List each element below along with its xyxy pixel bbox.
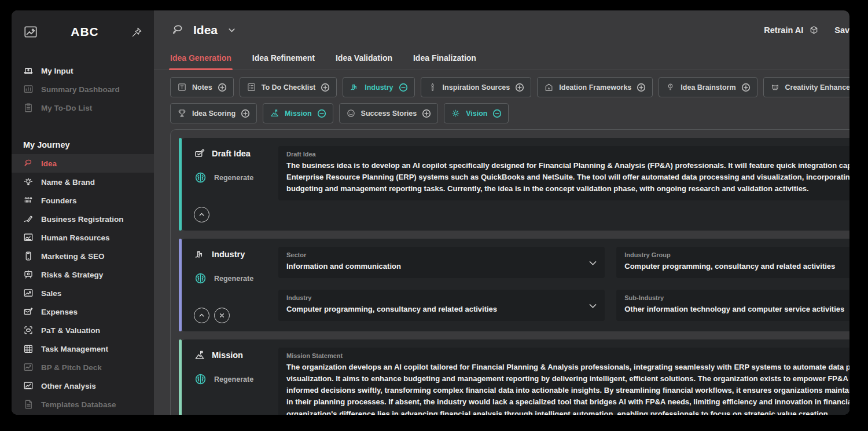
card-draft-idea-title: Draft Idea <box>194 148 276 159</box>
sidebar-item-my-input[interactable]: My Input <box>12 61 154 80</box>
tab-idea-finalization[interactable]: Idea Finalization <box>413 53 476 63</box>
sector-select[interactable]: Sector Information and communication <box>278 247 605 278</box>
card-draft-idea: Draft Idea Regenerate Draft Idea <box>179 138 849 231</box>
sidebar-item-business-registration[interactable]: Business Registration <box>12 210 154 228</box>
chip-mission[interactable]: Mission <box>263 103 333 123</box>
tab-idea-generation[interactable]: Idea Generation <box>170 53 231 63</box>
founders-icon <box>23 195 34 206</box>
mission-icon <box>194 349 205 361</box>
risks-strategy-icon <box>23 269 34 280</box>
sidebar-nav-journey: Idea Name & Brand Founders Business Regi… <box>12 154 154 414</box>
card-mission-left: Mission Regenerate <box>179 339 276 415</box>
sidebar-item-label: Business Registration <box>41 215 124 224</box>
main-panel: Idea Retrain AI Save changes Close <box>154 10 849 415</box>
pin-icon[interactable] <box>131 27 142 38</box>
regenerate-button[interactable]: Regenerate <box>194 272 276 285</box>
page-title-group[interactable]: Idea <box>170 23 236 37</box>
sidebar-item-bp-pitch-deck[interactable]: BP & Pitch Deck <box>12 358 154 377</box>
sidebar-item-pat-valuation[interactable]: PaT & Valuation <box>12 321 154 339</box>
regenerate-button[interactable]: Regenerate <box>194 171 276 184</box>
templates-database-icon <box>23 399 34 410</box>
sidebar-nav-top: My Input Summary Dashboard My To-Do List <box>12 61 154 117</box>
sidebar-item-task-management[interactable]: Task Management <box>12 339 154 358</box>
sidebar-section-my-journey: My Journey <box>12 136 154 154</box>
sidebar-item-sales[interactable]: Sales <box>12 284 154 302</box>
card-mission: Mission Regenerate Mission Statement The… <box>179 339 849 415</box>
idea-brainstorm-icon <box>665 82 675 92</box>
sidebar-item-founders[interactable]: Founders <box>12 191 154 210</box>
mission-statement-field[interactable]: Mission Statement The organization devel… <box>278 348 849 415</box>
image-icon[interactable] <box>23 24 38 39</box>
card-industry-body: Sector Information and communication Ind… <box>276 239 849 331</box>
screen: ABC My Input Summary Dashboard My To-Do … <box>0 0 868 431</box>
collapse-card-button[interactable] <box>194 308 209 323</box>
industry-group-select[interactable]: Industry Group Computer programming, con… <box>616 247 849 278</box>
card-mission-body: Mission Statement The organization devel… <box>276 339 849 415</box>
sidebar-item-name-brand[interactable]: Name & Brand <box>12 173 154 191</box>
chip-vision[interactable]: Vision <box>444 103 509 123</box>
sidebar-item-marketing-seo[interactable]: Marketing & SEO <box>12 247 154 265</box>
plus-circle-icon[interactable] <box>637 83 646 92</box>
draft-idea-field[interactable]: Draft Idea The business idea is to devel… <box>278 146 849 200</box>
minus-circle-icon[interactable] <box>317 109 326 118</box>
plus-circle-icon[interactable] <box>241 109 250 118</box>
page-header: Idea Retrain AI Save changes Close <box>170 23 849 37</box>
save-changes-button[interactable]: Save changes <box>834 25 849 36</box>
regenerate-button[interactable]: Regenerate <box>194 372 276 386</box>
plus-circle-icon[interactable] <box>422 109 431 118</box>
industry-select[interactable]: Industry Computer programming, consultan… <box>278 290 605 321</box>
remove-card-button[interactable] <box>214 308 230 323</box>
chip-creativity-enhancers[interactable]: Creativity Enhancers <box>763 77 850 97</box>
todo-list-icon <box>23 103 34 113</box>
chip-industry[interactable]: Industry <box>343 77 414 97</box>
app-window: ABC My Input Summary Dashboard My To-Do … <box>12 10 849 415</box>
sub-industry-select[interactable]: Sub-Industry Other information technolog… <box>616 290 849 321</box>
chip-idea-brainstorm[interactable]: Idea Brainstorm <box>659 77 757 97</box>
idea-bubble-icon <box>23 158 34 169</box>
sidebar-item-idea[interactable]: Idea <box>12 154 154 173</box>
sidebar-item-human-resources[interactable]: Human Resources <box>12 228 154 247</box>
minus-circle-icon[interactable] <box>399 83 408 92</box>
sidebar-item-other-analysis[interactable]: Other Analysis <box>12 377 154 395</box>
section-chips-row-1: Notes To Do Checklist Industry Inspirati… <box>170 77 849 97</box>
success-stories-icon <box>346 108 356 118</box>
notes-icon <box>177 82 187 92</box>
industry-icon <box>350 82 359 92</box>
minus-circle-icon[interactable] <box>492 109 502 118</box>
collapse-card-button[interactable] <box>194 207 209 222</box>
tab-idea-validation[interactable]: Idea Validation <box>336 53 392 63</box>
chip-inspiration-sources[interactable]: Inspiration Sources <box>421 77 532 97</box>
task-management-icon <box>23 344 34 354</box>
sidebar-item-label: Expenses <box>41 308 78 316</box>
sidebar-item-my-todo-list[interactable]: My To-Do List <box>12 98 154 117</box>
plus-circle-icon[interactable] <box>515 83 524 92</box>
tab-bar: Idea Generation Idea Refinement Idea Val… <box>170 53 849 70</box>
sidebar-logo-row: ABC <box>12 10 154 39</box>
brain-icon <box>194 372 207 386</box>
summary-dashboard-icon <box>23 84 34 94</box>
bp-pitch-deck-icon <box>23 362 34 372</box>
plus-circle-icon[interactable] <box>741 83 751 92</box>
chevron-down-icon <box>589 303 597 309</box>
sidebar-item-templates-database[interactable]: Templates Database <box>12 395 154 414</box>
plus-circle-icon[interactable] <box>321 83 330 92</box>
sidebar-item-summary-dashboard[interactable]: Summary Dashboard <box>12 80 154 98</box>
retrain-ai-button[interactable]: Retrain AI <box>764 25 819 36</box>
cards-container: Draft Idea Regenerate Draft Idea <box>170 129 849 415</box>
chip-success-stories[interactable]: Success Stories <box>339 103 439 123</box>
chip-ideation-frameworks[interactable]: Ideation Frameworks <box>537 77 653 97</box>
expenses-icon <box>23 306 34 317</box>
sidebar-item-expenses[interactable]: Expenses <box>12 302 154 321</box>
chip-todo-checklist[interactable]: To Do Checklist <box>240 77 337 97</box>
chip-notes[interactable]: Notes <box>170 77 234 97</box>
plus-circle-icon[interactable] <box>218 83 227 92</box>
sidebar-item-label: PaT & Valuation <box>41 326 100 335</box>
chip-idea-scoring[interactable]: Idea Scoring <box>170 103 257 123</box>
tab-idea-refinement[interactable]: Idea Refinement <box>252 53 315 63</box>
sidebar-item-label: Risks & Strategy <box>41 271 103 279</box>
chevron-down-icon <box>589 260 597 266</box>
sidebar-item-label: Founders <box>41 196 77 205</box>
sidebar-item-risks-strategy[interactable]: Risks & Strategy <box>12 265 154 284</box>
chevron-down-icon[interactable] <box>227 26 236 35</box>
card-draft-idea-body: Draft Idea The business idea is to devel… <box>276 138 849 231</box>
